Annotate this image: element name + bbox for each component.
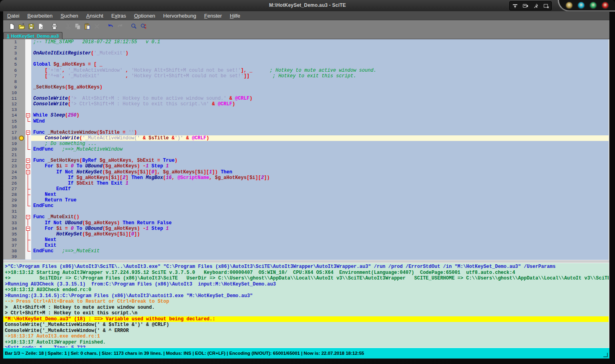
fold-margin[interactable] — [25, 62, 31, 67]
line-number[interactable]: 2 — [3, 45, 18, 50]
marker-margin[interactable] — [18, 220, 25, 226]
code-line-20[interactable]: 20EndFunc ;==>_MuteActiveWindow — [3, 147, 609, 152]
code-line-39[interactable]: 39 — [3, 254, 609, 259]
code-line-31[interactable]: 31 — [3, 209, 609, 214]
marker-margin[interactable] — [18, 96, 25, 101]
line-number[interactable]: 1 — [3, 39, 18, 45]
code-line-3[interactable]: 3OnAutoItExitRegister('_MuteExit') — [3, 50, 609, 56]
output-line-3[interactable]: +> SciTEDir => C:\Program Files (x86)\Au… — [5, 276, 609, 282]
code-line-12[interactable]: 12ConsoleWrite('> Ctrl+Shift+M : Hotkey … — [3, 101, 609, 107]
code-line-26[interactable]: 26 If $bExit Then Exit 1 — [3, 181, 609, 186]
fold-margin[interactable] — [25, 214, 31, 220]
undo-button[interactable] — [106, 22, 115, 31]
output-line-14[interactable]: +>18:13:17 AutoIt3Wrapper Finished. — [5, 340, 609, 346]
fold-margin[interactable] — [25, 152, 31, 158]
code-editor[interactable]: 1;-- TIME_STAMP 2018-07-22 18:12:55 v 0.… — [3, 39, 609, 260]
close-file-button[interactable] — [36, 22, 46, 31]
fold-margin[interactable] — [25, 113, 31, 118]
code-line-28[interactable]: 28 Next — [3, 192, 609, 197]
code-line-29[interactable]: 29 Return True — [3, 197, 609, 203]
marker-margin[interactable] — [18, 130, 25, 135]
marker-margin[interactable] — [18, 158, 25, 163]
line-number[interactable]: 5 — [3, 62, 18, 67]
fold-margin[interactable] — [25, 186, 31, 192]
fold-margin[interactable] — [25, 119, 31, 124]
fold-margin[interactable] — [25, 141, 31, 147]
menu-optionen[interactable]: Optionen — [130, 11, 159, 20]
code-line-25[interactable]: 25 If $g_aHotKeys[$i][2] Then MsgBox(16,… — [3, 175, 609, 181]
cut-button[interactable] — [63, 22, 73, 31]
fold-margin[interactable] — [25, 50, 31, 56]
fold-margin[interactable] — [25, 248, 31, 254]
marker-margin[interactable] — [18, 181, 25, 186]
marker-margin[interactable] — [18, 197, 25, 203]
menu-bearbeiten[interactable]: Bearbeiten — [23, 11, 56, 20]
menu-datei[interactable]: Datei — [3, 11, 23, 20]
marker-margin[interactable] — [18, 152, 25, 158]
fold-margin[interactable] — [25, 158, 31, 163]
output-pane[interactable]: >"C:\Program Files (x86)\AutoIt3\SciTE\.… — [3, 263, 609, 348]
fold-margin[interactable] — [25, 135, 31, 141]
line-number[interactable]: 26 — [3, 181, 18, 186]
line-number[interactable]: 28 — [3, 192, 18, 197]
marker-margin[interactable] — [18, 68, 25, 73]
fold-margin[interactable] — [25, 197, 31, 203]
fold-margin[interactable] — [25, 124, 31, 130]
line-number[interactable]: 27 — [3, 186, 18, 192]
to-tray-icon[interactable] — [521, 2, 530, 9]
line-number[interactable]: 13 — [3, 107, 18, 113]
line-number[interactable]: 32 — [3, 214, 18, 220]
fold-margin[interactable] — [25, 243, 31, 248]
code-line-23[interactable]: 23 For $i = 0 To UBound($g_aHotKeys) -1 … — [3, 163, 609, 169]
menu-fenster[interactable]: Fenster — [200, 11, 226, 20]
marker-margin[interactable] — [18, 135, 25, 141]
fold-margin[interactable] — [25, 101, 31, 107]
code-line-38[interactable]: 38EndFunc ;==>_MuteExit — [3, 248, 609, 254]
fold-margin[interactable] — [25, 73, 31, 79]
code-line-22[interactable]: 22Func _SetHotKeys(ByRef $g_aHotKeys, $b… — [3, 158, 609, 163]
output-error-line[interactable]: "M:\HotKeySet_Demo.au3" (18) : ==> Varia… — [3, 316, 609, 322]
marker-margin[interactable] — [18, 124, 25, 130]
fold-margin[interactable] — [25, 169, 31, 175]
line-number[interactable]: 6 — [3, 68, 18, 73]
code-line-1[interactable]: 1;-- TIME_STAMP 2018-07-22 18:12:55 v 0.… — [3, 39, 609, 45]
fold-margin[interactable] — [25, 96, 31, 101]
code-line-18[interactable]: 18 ConsoleWrite('_MuteActiveWindow(' & $… — [3, 135, 609, 141]
menu-ansicht[interactable]: Ansicht — [82, 11, 107, 20]
copy-button[interactable] — [73, 22, 82, 31]
fold-margin[interactable] — [25, 209, 31, 214]
window-button-cyan[interactable] — [577, 2, 585, 9]
fold-margin[interactable] — [25, 203, 31, 209]
fold-margin[interactable] — [25, 220, 31, 226]
close-window-icon[interactable] — [542, 2, 551, 9]
code-line-35[interactable]: 35 HotKeySet($g_aHotKeys[$i][0]) — [3, 231, 609, 237]
code-line-27[interactable]: 27 EndIf — [3, 186, 609, 192]
marker-margin[interactable] — [18, 192, 25, 197]
pane-splitter[interactable] — [3, 260, 609, 263]
line-number[interactable]: 8 — [3, 79, 18, 84]
marker-margin[interactable] — [18, 237, 25, 243]
output-line-13[interactable]: ->18:13:17 AutoIt3.exe ended.rc:1 — [5, 334, 609, 340]
output-line-5[interactable]: +>18:13:12 AU3Check ended.rc:0 — [5, 287, 609, 293]
replace-button[interactable] — [139, 22, 148, 31]
line-number[interactable]: 34 — [3, 226, 18, 231]
marker-margin[interactable] — [18, 101, 25, 107]
marker-margin[interactable] — [18, 107, 25, 113]
code-line-13[interactable]: 13 — [3, 107, 609, 113]
output-line-12[interactable]: ConsoleWrite('_MuteActiveWindow(' & ^ ER… — [5, 328, 609, 334]
output-line-11[interactable]: ConsoleWrite('_MuteActiveWindow(' & $sTi… — [5, 322, 609, 328]
code-line-9[interactable]: 9_SetHotKeys($g_aHotKeys) — [3, 84, 609, 90]
menu-hilfe[interactable]: Hilfe — [226, 11, 244, 20]
window-button-olive[interactable] — [565, 2, 573, 9]
marker-margin[interactable] — [18, 73, 25, 79]
output-line-7[interactable]: --> Press Ctrl+Alt+Break to Restart or C… — [5, 299, 609, 305]
menu-extras[interactable]: Extras — [107, 11, 130, 20]
code-line-11[interactable]: 11ConsoleWrite('> Alt+Shift+M : Hotkey t… — [3, 96, 609, 101]
fold-margin[interactable] — [25, 45, 31, 50]
new-file-button[interactable] — [7, 22, 17, 31]
fold-margin[interactable] — [25, 181, 31, 186]
code-line-10[interactable]: 10 — [3, 90, 609, 96]
line-number[interactable]: 16 — [3, 124, 18, 130]
marker-margin[interactable] — [18, 209, 25, 214]
save-button[interactable] — [26, 22, 36, 31]
